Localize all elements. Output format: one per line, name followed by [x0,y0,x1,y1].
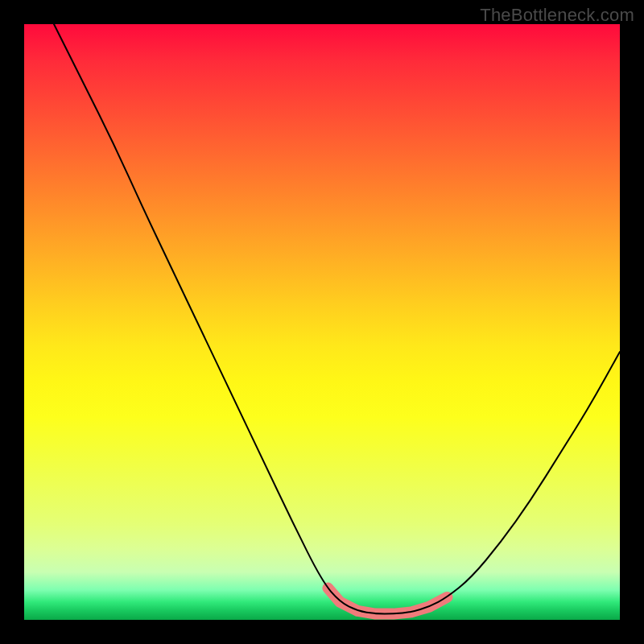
optimal-range-band [328,588,447,614]
bottleneck-curve [54,24,620,614]
watermark-text: TheBottleneck.com [480,5,634,26]
plot-area [24,24,620,620]
chart-frame: TheBottleneck.com [0,0,644,644]
curve-svg [24,24,620,620]
